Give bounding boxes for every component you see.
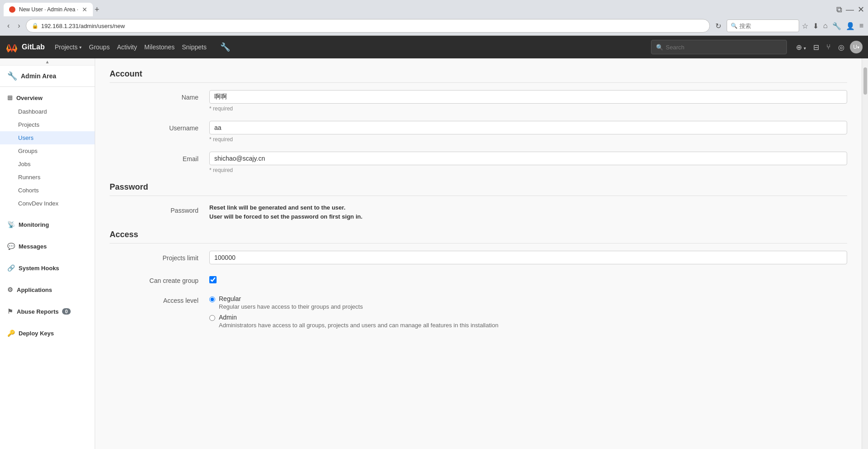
sidebar-groups-label: Groups <box>18 148 38 154</box>
messages-icon: 💬 <box>7 243 15 250</box>
username-required: * required <box>209 136 847 143</box>
password-field-group: Password Reset link will be generated an… <box>110 203 847 221</box>
sidebar-item-cohorts[interactable]: Cohorts <box>0 184 95 197</box>
download-icon[interactable]: ⬇ <box>813 22 819 30</box>
sidebar-item-convdev-index[interactable]: ConvDev Index <box>0 197 95 210</box>
url-bar[interactable]: 🔒 192.168.1.231/admin/users/new <box>26 19 710 33</box>
issues-button[interactable]: ◎ <box>836 41 846 53</box>
username-field-group: Username * required <box>110 121 847 143</box>
monitoring-icon: 📡 <box>7 221 15 228</box>
password-info-line1: Reset link will be generated and sent to… <box>209 203 847 212</box>
sidebar-section-messages[interactable]: 💬 Messages <box>0 239 95 253</box>
sidebar-section-overview[interactable]: ⊞ Overview <box>0 91 95 105</box>
home-icon[interactable]: ⌂ <box>823 22 828 30</box>
user-avatar[interactable]: U ▾ <box>850 41 863 53</box>
back-button[interactable]: ‹ <box>5 21 12 31</box>
sidebar-section-deploykeys[interactable]: 🔑 Deploy Keys <box>0 326 95 340</box>
sidebar-messages-section: 💬 Messages <box>0 235 95 257</box>
sidebar-item-runners[interactable]: Runners <box>0 171 95 184</box>
sidebar-deploykeys-label: Deploy Keys <box>19 330 54 337</box>
sidebar-convdev-label: ConvDev Index <box>18 200 58 207</box>
sidebar-messages-label: Messages <box>19 243 47 250</box>
main-nav: Projects ▾ Groups Activity Milestones Sn… <box>52 42 209 53</box>
sidebar-item-jobs[interactable]: Jobs <box>0 158 95 171</box>
wrench-nav-icon[interactable]: 🔧 <box>220 42 230 52</box>
name-required: * required <box>209 105 847 112</box>
nav-projects[interactable]: Projects ▾ <box>52 42 85 53</box>
new-item-button[interactable]: ⊕ ▾ <box>794 41 808 53</box>
password-control-wrap: Reset link will be generated and sent to… <box>209 203 847 221</box>
panel-toggle-button[interactable]: ⊟ <box>811 41 821 53</box>
sidebar-projects-label: Projects <box>18 121 39 128</box>
sidebar-item-groups[interactable]: Groups <box>0 144 95 158</box>
scrollbar-thumb[interactable] <box>863 67 867 95</box>
nav-activity[interactable]: Activity <box>114 42 140 53</box>
gitlab-logo-text: GitLab <box>22 43 45 51</box>
sidebar-applications-section: ⚙ Applications <box>0 279 95 301</box>
restore-icon: ⧉ <box>836 5 842 14</box>
extension-icon[interactable]: 🔧 <box>832 22 841 30</box>
main-content: Account Name * required Username * requi… <box>95 58 862 449</box>
sidebar-item-dashboard[interactable]: Dashboard <box>0 105 95 118</box>
sidebar-monitoring-section: 📡 Monitoring <box>0 214 95 235</box>
reload-button[interactable]: ↻ <box>713 21 724 31</box>
access-level-radio-group: Regular Regular users have access to the… <box>209 293 847 329</box>
scrollbar[interactable] <box>862 58 868 449</box>
merge-requests-button[interactable]: ⑂ <box>825 41 833 53</box>
password-section: Password Password Reset link will be gen… <box>110 182 847 221</box>
profile-icon[interactable]: 👤 <box>846 22 855 30</box>
nav-action-icons: ⊕ ▾ ⊟ ⑂ ◎ U ▾ <box>794 41 863 53</box>
browser-tab[interactable]: New User · Admin Area · ✕ <box>4 3 93 16</box>
sidebar-overview-label: Overview <box>16 95 43 101</box>
sidebar-cohorts-label: Cohorts <box>18 187 39 194</box>
projects-limit-label: Projects limit <box>110 251 209 264</box>
access-level-regular-radio[interactable] <box>209 296 215 302</box>
new-tab-button[interactable]: + <box>95 5 100 14</box>
nav-groups[interactable]: Groups <box>86 42 112 53</box>
sidebar-item-projects[interactable]: Projects <box>0 118 95 131</box>
tab-close-button[interactable]: ✕ <box>82 6 87 13</box>
sidebar-admin-title: Admin Area <box>21 72 56 80</box>
browser-search-bar[interactable]: 🔍 <box>727 19 799 32</box>
bookmark-icon[interactable]: ☆ <box>802 22 808 30</box>
gitlab-logo-icon <box>5 41 18 53</box>
username-input[interactable] <box>209 121 847 134</box>
access-level-group: Access level Regular Regular users have … <box>110 293 847 332</box>
sidebar-section-systemhooks[interactable]: 🔗 System Hooks <box>0 261 95 275</box>
nav-search-input[interactable] <box>666 44 782 51</box>
sidebar-section-applications[interactable]: ⚙ Applications <box>0 282 95 297</box>
access-level-admin-radio[interactable] <box>209 315 215 321</box>
access-level-regular-label: Regular <box>219 295 241 302</box>
projects-limit-wrap <box>209 251 847 264</box>
sidebar-users-label: Users <box>18 134 34 141</box>
forward-button[interactable]: › <box>15 21 23 31</box>
menu-icon[interactable]: ≡ <box>859 22 863 30</box>
nav-snippets[interactable]: Snippets <box>179 42 209 53</box>
name-field-group: Name * required <box>110 90 847 112</box>
sidebar-section-abusereports[interactable]: ⚑ Abuse Reports 0 <box>0 304 95 319</box>
name-input[interactable] <box>209 90 847 104</box>
projects-limit-input[interactable] <box>209 251 847 264</box>
sidebar-item-users[interactable]: Users <box>0 131 95 144</box>
sidebar-systemhooks-label: System Hooks <box>19 265 59 272</box>
browser-search-input[interactable] <box>739 23 785 29</box>
sidebar-overview-section: ⊞ Overview Dashboard Projects Users Grou… <box>0 87 95 214</box>
password-title: Password <box>110 182 847 196</box>
close-window-icon[interactable]: ✕ <box>858 5 864 14</box>
sidebar-section-monitoring[interactable]: 📡 Monitoring <box>0 217 95 232</box>
password-info: Reset link will be generated and sent to… <box>209 203 847 221</box>
email-field-group: Email * required <box>110 152 847 173</box>
sidebar-scroll-up[interactable]: ▲ <box>0 58 95 66</box>
access-section: Access Projects limit Can create group <box>110 230 847 332</box>
name-control-wrap: * required <box>209 90 847 112</box>
username-label: Username <box>110 121 209 143</box>
email-input[interactable] <box>209 152 847 165</box>
email-required: * required <box>209 167 847 173</box>
can-create-group-checkbox[interactable] <box>209 276 217 283</box>
gitlab-logo[interactable]: GitLab <box>5 41 45 53</box>
nav-milestones[interactable]: Milestones <box>142 42 178 53</box>
can-create-group-control-wrap <box>209 273 847 284</box>
search-icon: 🔍 <box>731 23 738 29</box>
abusereports-icon: ⚑ <box>7 308 13 315</box>
tab-favicon <box>9 6 15 13</box>
